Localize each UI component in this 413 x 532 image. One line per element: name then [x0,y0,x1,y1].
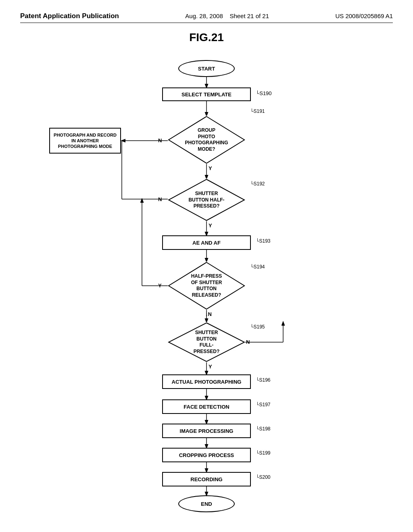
actual-photographing-node: ACTUAL PHOTOGRAPHING [162,374,251,389]
group-photo-y-label: Y [209,165,212,171]
group-photo-n-label: N [158,137,162,143]
s197-label: └S197 [256,402,271,407]
group-photo-node: GROUPPHOTO PHOTOGRAPHINGMODE? [168,116,245,164]
s200-label: └S200 [256,474,271,480]
shutter-half-y-label: Y [209,222,212,229]
patent-title: Patent Application Publication [20,12,119,20]
s190-label: └S190 [256,90,272,96]
page: Patent Application Publication Aug. 28, … [0,0,413,532]
flowchart: START SELECT TEMPLATE └S190 └S191 GROUPP… [25,56,388,499]
recording-node: RECORDING [162,472,251,486]
s194-label: └S194 [250,264,265,270]
header: Patent Application Publication Aug. 28, … [20,12,393,23]
s198-label: └S198 [256,426,271,432]
shutter-half-n-label: N [158,196,162,202]
half-released-y-label: Y [158,283,162,289]
s196-label: └S196 [256,377,271,383]
face-detection-node: FACE DETECTION [162,399,251,414]
photograph-record-node: PHOTOGRAPH AND RECORD IN ANOTHER PHOTOGR… [49,128,121,154]
header-patent: US 2008/0205869 A1 [335,12,393,19]
ae-af-node: AE AND AF [162,235,251,250]
end-node: END [178,495,235,512]
shutter-full-n-label: N [246,339,250,345]
shutter-half-node: SHUTTERBUTTON HALF-PRESSED? [168,179,245,221]
s192-label: └S192 [250,181,265,187]
image-processing-node: IMAGE PROCESSING [162,424,251,438]
half-press-released-node: HALF-PRESSOF SHUTTER BUTTONRELEASED? [168,262,245,310]
half-released-n-label: ↓N [205,311,212,317]
header-sheet: Sheet 21 of 21 [229,12,269,19]
s191-label: └S191 [250,108,265,114]
shutter-full-node: SHUTTER BUTTONFULL-PRESSED? [168,322,245,362]
figure-title: FIG.21 [20,31,393,44]
start-node: START [178,60,235,77]
s193-label: └S193 [256,238,271,244]
s199-label: └S199 [256,450,271,456]
shutter-full-y-label: Y [209,364,212,370]
select-template-node: SELECT TEMPLATE [162,87,251,101]
header-date: Aug. 28, 2008 [185,12,223,19]
s195-label: └S195 [250,324,265,330]
header-info: Aug. 28, 2008 Sheet 21 of 21 [135,12,319,19]
cropping-process-node: CROPPING PROCESS [162,448,251,462]
